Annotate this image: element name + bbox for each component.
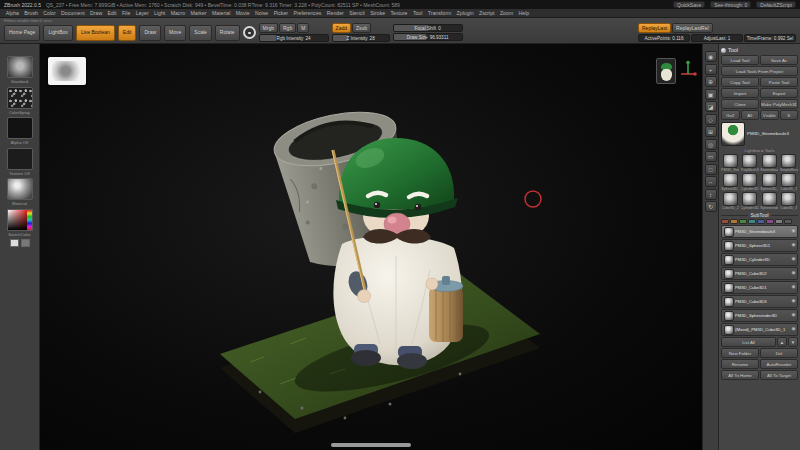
subtool-row[interactable]: PM3D_Cylinder3D ◉ [721,253,798,266]
subtool-tag[interactable] [739,219,747,224]
viewport-canvas[interactable] [40,44,702,450]
alpha-thumbnail-icon[interactable] [7,117,33,139]
delete-subtool-button[interactable]: Del [760,348,798,358]
current-material[interactable]: Material [7,178,33,206]
tool-thumbnail-cell[interactable]: Cube3D_1 [780,173,799,191]
menu-item[interactable]: Stencil [346,10,367,16]
menu-item[interactable]: Help [516,10,532,16]
all-to-home-button[interactable]: All To Home [721,370,759,380]
scale-icon[interactable]: ↕ [705,189,717,200]
move-icon[interactable]: ↔ [705,176,717,187]
menu-item[interactable]: Render [324,10,346,16]
current-brush[interactable]: Standard [7,56,33,84]
tool-thumbnail-cell[interactable]: SimpleBrush [780,154,799,172]
move-button[interactable]: Move [164,25,186,41]
subtool-tag[interactable] [721,219,729,224]
s-button[interactable]: S [780,110,799,120]
material-sphere-icon[interactable] [7,178,33,200]
subtool-row[interactable]: PM3D_Sphere3D1 ◉ [721,239,798,252]
tool-thumbnail-cell[interactable]: Cylinder3D2 [741,192,760,210]
make-polymesh3d-button[interactable]: Make PolyMesh3D [760,99,798,109]
active-points-slider[interactable]: ActivePoints: 0.116 [638,34,690,42]
menu-item[interactable]: Transform [425,10,454,16]
see-through-slider[interactable]: See-through: 0 [710,1,751,8]
color-saturation-square[interactable] [8,210,27,230]
menu-item[interactable]: Layer [133,10,151,16]
current-stroke[interactable]: ColorSpray [7,87,33,115]
save-as-button[interactable]: Save As [760,55,798,65]
menu-item[interactable]: Macro [168,10,188,16]
tool-thumbnail-cell[interactable]: Sphereinder [760,192,779,210]
zoom-icon[interactable]: ⊕ [705,76,717,87]
scale-button[interactable]: Scale [189,25,212,41]
tool-thumbnail-cell[interactable]: PM3D_Strom [721,154,740,172]
active-tool[interactable]: PM3D_Stromeboule3 [721,122,798,146]
auto-reorder-button[interactable]: AutoReorder [760,359,798,369]
subtool-tag[interactable] [784,219,792,224]
m-button[interactable]: M [297,23,309,33]
aa-half-icon[interactable]: ◪ [705,101,717,112]
export-button[interactable]: Export [760,88,798,98]
rgb-button[interactable]: Rgb [279,23,296,33]
bpr-render-icon[interactable]: ◉ [705,51,717,62]
menu-item[interactable]: Picker [271,10,291,16]
primary-color-swatch[interactable] [10,239,19,247]
edit-button[interactable]: Edit [118,25,137,41]
load-tools-from-project-button[interactable]: Load Tools From Project [721,66,798,76]
local-transform-icon[interactable]: ◎ [705,139,717,150]
local-symmetry-icon[interactable]: ▭ [705,151,717,162]
z-intensity-slider[interactable]: Z Intensity 28 [332,34,390,42]
menu-item[interactable]: File [119,10,133,16]
viewport-model-gnome[interactable] [40,44,702,450]
visibility-eye-icon[interactable]: ◉ [791,327,795,332]
menu-item[interactable]: Zoom [497,10,516,16]
tool-thumbnail-cell[interactable]: Sphere3D_2 [760,173,779,191]
lightbox-tools-breadcrumb[interactable]: Lightbox ▸ Tools [721,148,798,153]
subtool-row[interactable]: PM3D_Cube3D1 ◉ [721,281,798,294]
tool-thumbnail-cell[interactable]: Stromeboule3 [760,154,779,172]
menu-item[interactable]: Noise [252,10,271,16]
mrgb-button[interactable]: Mrgb [259,23,278,33]
default-zscript-button[interactable]: DefaultZScript [756,1,796,8]
model-preview-thumbnail[interactable] [656,58,676,84]
stroke-thumbnail-icon[interactable] [7,87,33,109]
visibility-eye-icon[interactable]: ◉ [791,285,795,290]
subtool-tag[interactable] [775,219,783,224]
menu-item[interactable]: Draw [87,10,104,16]
subtool-tag[interactable] [748,219,756,224]
color-picker[interactable]: SwitchColor [7,209,33,237]
tool-thumbnail-cell[interactable]: Cube3D_2 [721,192,740,210]
goz-button[interactable]: GoZ [721,110,740,120]
menu-item[interactable]: Brush [22,10,41,16]
time-frame-slider[interactable]: TimeIFrame: 0.992 Sel [744,34,796,42]
frame-icon[interactable]: □ [705,164,717,175]
tool-thumbnail-cell[interactable]: Cylinder3D [741,173,760,191]
zsub-button[interactable]: Zsub [352,23,371,33]
rename-button[interactable]: Rename [721,359,759,369]
tool-panel-header[interactable]: Tool [721,46,798,54]
switch-color-label[interactable]: SwitchColor [8,232,30,237]
menu-item[interactable]: Edit [105,10,119,16]
menu-item[interactable]: Tool [410,10,425,16]
subtool-up-icon[interactable]: ▲ [777,337,787,347]
adjust-last-slider[interactable]: AdjustLast: 1 [691,34,743,42]
all-to-target-button[interactable]: All To Target [760,370,798,380]
secondary-color-swatch[interactable] [21,239,30,247]
lightbox-button[interactable]: LightBox [43,25,72,41]
active-tool-thumbnail[interactable] [721,122,745,146]
subtool-down-icon[interactable]: ▼ [788,337,798,347]
brush-preview-icon[interactable] [243,26,256,39]
color-gradient-icon[interactable] [7,209,33,231]
color-hue-strip[interactable] [27,210,32,230]
subtool-row[interactable]: PM3D_Cube3D2 ◉ [721,267,798,280]
visibility-eye-icon[interactable]: ◉ [791,313,795,318]
subtool-row[interactable]: PM3D_Sphereinder3D ◉ [721,309,798,322]
subtool-row[interactable]: PM3D_Cube3D3 ◉ [721,295,798,308]
subtool-row[interactable]: (Mixed)_PM3D_Cube3D_1 ◉ [721,323,798,336]
floor-grid-icon[interactable]: ⊞ [705,126,717,137]
rotate-button[interactable]: Rotate [215,25,240,41]
subtool-row[interactable]: PM3D_Stromeboule3 ◉ [721,225,798,238]
subtool-tag[interactable] [757,219,765,224]
all-button[interactable]: All [741,110,760,120]
menu-item[interactable]: Marker [188,10,210,16]
